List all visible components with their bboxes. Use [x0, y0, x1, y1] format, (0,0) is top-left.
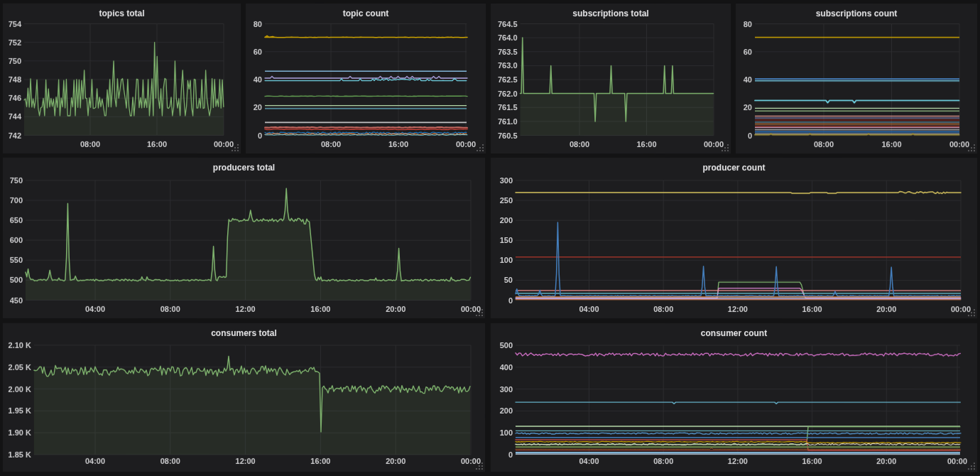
- svg-text:producers total: producers total: [213, 162, 275, 172]
- svg-text:752: 752: [9, 38, 21, 47]
- svg-text:16:00: 16:00: [388, 139, 408, 148]
- svg-text:04:00: 04:00: [579, 305, 599, 313]
- svg-text:08:00: 08:00: [653, 457, 673, 465]
- svg-text:16:00: 16:00: [881, 140, 901, 148]
- svg-text:100: 100: [500, 428, 513, 437]
- svg-text:80: 80: [254, 19, 262, 28]
- svg-text:topic count: topic count: [343, 8, 389, 18]
- svg-text:08:00: 08:00: [570, 140, 589, 148]
- svg-text:742: 742: [9, 131, 21, 139]
- svg-text:08:00: 08:00: [160, 305, 180, 313]
- svg-text:00:00: 00:00: [456, 139, 476, 148]
- svg-text:16:00: 16:00: [147, 139, 167, 148]
- svg-text:1.95 K: 1.95 K: [9, 406, 31, 415]
- svg-text:16:00: 16:00: [802, 457, 822, 465]
- svg-text:20: 20: [254, 103, 262, 112]
- svg-text:00:00: 00:00: [214, 139, 234, 148]
- svg-text:748: 748: [9, 75, 21, 84]
- svg-text:600: 600: [10, 236, 23, 244]
- svg-text:300: 300: [500, 385, 513, 394]
- svg-text:00:00: 00:00: [947, 457, 967, 465]
- svg-text:400: 400: [500, 363, 513, 372]
- svg-text:16:00: 16:00: [310, 305, 330, 313]
- svg-text:producer count: producer count: [703, 163, 766, 173]
- svg-text:500: 500: [10, 276, 23, 284]
- svg-text:200: 200: [500, 406, 513, 415]
- svg-text:16:00: 16:00: [310, 456, 330, 465]
- svg-text:750: 750: [9, 57, 21, 65]
- svg-text:08:00: 08:00: [321, 139, 341, 148]
- svg-text:761.5: 761.5: [498, 103, 518, 112]
- svg-text:764.5: 764.5: [498, 20, 518, 28]
- svg-text:700: 700: [10, 196, 23, 205]
- svg-text:2.00 K: 2.00 K: [9, 384, 31, 393]
- svg-text:20:00: 20:00: [386, 456, 405, 465]
- svg-text:760.5: 760.5: [498, 131, 518, 140]
- svg-text:762.5: 762.5: [498, 75, 518, 84]
- svg-text:1.90 K: 1.90 K: [9, 428, 31, 437]
- svg-text:40: 40: [744, 75, 752, 84]
- svg-text:762.0: 762.0: [498, 90, 518, 98]
- svg-text:16:00: 16:00: [802, 305, 822, 313]
- svg-text:200: 200: [500, 216, 513, 225]
- svg-text:00:00: 00:00: [949, 140, 969, 148]
- svg-text:20:00: 20:00: [876, 305, 896, 313]
- svg-text:40: 40: [254, 75, 262, 84]
- svg-text:60: 60: [744, 48, 752, 56]
- svg-text:746: 746: [9, 94, 21, 102]
- svg-text:0: 0: [748, 131, 752, 140]
- svg-text:consumer count: consumer count: [701, 328, 767, 338]
- svg-text:12:00: 12:00: [728, 457, 748, 465]
- svg-text:00:00: 00:00: [461, 456, 481, 465]
- svg-text:08:00: 08:00: [160, 456, 180, 465]
- svg-text:20: 20: [744, 103, 752, 112]
- svg-text:750: 750: [10, 176, 23, 185]
- svg-text:04:00: 04:00: [85, 305, 105, 313]
- svg-text:761.0: 761.0: [498, 117, 518, 126]
- svg-text:00:00: 00:00: [704, 140, 724, 148]
- svg-text:450: 450: [10, 296, 23, 304]
- svg-text:50: 50: [504, 276, 513, 284]
- svg-text:744: 744: [9, 112, 22, 121]
- svg-text:08:00: 08:00: [80, 139, 100, 148]
- svg-text:0: 0: [508, 450, 513, 459]
- svg-text:08:00: 08:00: [814, 140, 834, 148]
- svg-text:12:00: 12:00: [728, 305, 748, 313]
- svg-text:754: 754: [9, 19, 22, 28]
- svg-text:consumers total: consumers total: [211, 328, 277, 337]
- svg-text:250: 250: [500, 196, 513, 205]
- svg-text:20:00: 20:00: [386, 305, 405, 313]
- svg-text:763.0: 763.0: [498, 61, 518, 70]
- svg-text:04:00: 04:00: [579, 457, 599, 465]
- svg-text:763.5: 763.5: [498, 48, 518, 56]
- svg-text:00:00: 00:00: [461, 305, 481, 313]
- svg-text:300: 300: [500, 176, 513, 185]
- svg-text:100: 100: [500, 256, 513, 264]
- svg-text:topics total: topics total: [99, 8, 145, 18]
- svg-text:subscriptions total: subscriptions total: [572, 9, 648, 18]
- svg-text:subscriptions count: subscriptions count: [816, 9, 898, 18]
- svg-text:1.85 K: 1.85 K: [9, 450, 31, 459]
- svg-text:12:00: 12:00: [235, 456, 255, 465]
- svg-text:00:00: 00:00: [951, 305, 971, 313]
- svg-text:650: 650: [10, 216, 23, 225]
- svg-text:764.0: 764.0: [498, 33, 518, 42]
- svg-text:04:00: 04:00: [85, 456, 105, 465]
- svg-text:150: 150: [500, 236, 513, 244]
- svg-text:0: 0: [508, 296, 513, 305]
- svg-text:2.10 K: 2.10 K: [9, 341, 31, 350]
- svg-text:80: 80: [744, 20, 752, 28]
- svg-text:16:00: 16:00: [636, 140, 656, 148]
- svg-text:08:00: 08:00: [653, 305, 673, 313]
- svg-text:60: 60: [254, 48, 262, 56]
- svg-text:20:00: 20:00: [876, 457, 896, 465]
- svg-text:12:00: 12:00: [236, 305, 256, 313]
- svg-text:2.05 K: 2.05 K: [9, 363, 31, 372]
- svg-text:0: 0: [258, 131, 262, 139]
- svg-text:500: 500: [500, 341, 513, 350]
- svg-text:550: 550: [10, 256, 23, 264]
